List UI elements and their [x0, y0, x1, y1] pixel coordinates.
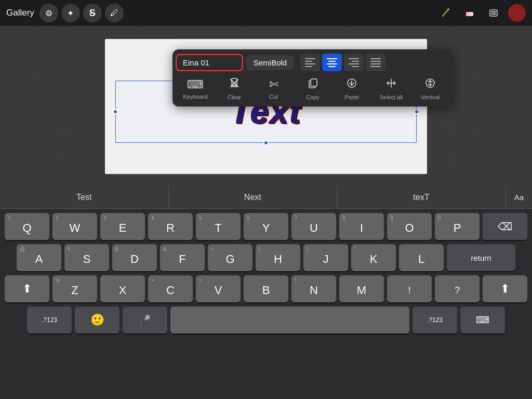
keyboard-action[interactable]: ⌨ Keyboard	[180, 76, 211, 102]
alignment-buttons	[300, 54, 385, 71]
autocomplete-text[interactable]: texT	[337, 186, 506, 208]
key-t[interactable]: 5 T	[196, 213, 241, 240]
key-l[interactable]: L	[399, 244, 444, 271]
toolbar-row1: Eina 01 SemiBold	[176, 54, 450, 71]
canvas-area: Eina 01 SemiBold	[0, 26, 532, 187]
key-o[interactable]: 9 O	[387, 213, 432, 240]
keyboard-rows: 1 Q 2 W 3 E 4 R 5 T 6 Y	[0, 209, 532, 334]
svg-rect-4	[490, 10, 497, 16]
shift-left-key[interactable]: ⬆	[5, 275, 49, 302]
numbers-right-key[interactable]: .?123	[413, 307, 457, 334]
vertical-action[interactable]: Vertical	[415, 75, 446, 102]
top-bar: Gallery ⚙ ✦ S 🖊	[0, 0, 532, 26]
align-right-button[interactable]	[344, 54, 364, 71]
key-g[interactable]: + G	[208, 244, 252, 271]
align-left-button[interactable]	[300, 54, 320, 71]
keyboard-action-icon: ⌨	[187, 78, 204, 91]
key-c[interactable]: + C	[148, 275, 193, 302]
handle-bottom[interactable]	[263, 140, 269, 145]
handle-right[interactable]	[414, 109, 419, 114]
svg-rect-6	[491, 14, 496, 15]
key-j[interactable]: ) J	[303, 244, 348, 271]
toolbar-popover: Eina 01 SemiBold	[172, 49, 453, 107]
key-h[interactable]: ( H	[256, 244, 300, 271]
svg-rect-5	[491, 11, 496, 12]
paste-action[interactable]: Paste	[336, 75, 367, 102]
paste-action-icon	[346, 77, 357, 92]
key-s[interactable]: # S	[64, 244, 109, 271]
cut-action-label: Cut	[269, 94, 278, 100]
font-name-selector[interactable]: Eina 01	[176, 54, 243, 71]
key-f[interactable]: & F	[160, 244, 205, 271]
pen-icon[interactable]	[436, 4, 455, 22]
key-v[interactable]: = V	[196, 275, 241, 302]
keyboard-icon-key[interactable]: ⌨	[460, 307, 505, 334]
clear-action-label: Clear	[228, 94, 241, 100]
key-i[interactable]: 8 I	[339, 213, 384, 240]
gallery-button[interactable]: Gallery	[6, 8, 34, 18]
align-justify-button[interactable]	[366, 54, 385, 71]
key-m[interactable]: , M	[339, 275, 384, 302]
key-p[interactable]: 0 P	[435, 213, 480, 240]
copy-action-label: Copy	[306, 94, 320, 100]
font-name-label: Eina 01	[183, 58, 209, 67]
paste-action-label: Paste	[344, 94, 359, 100]
clear-action[interactable]: Clear	[219, 75, 250, 102]
strikethrough-icon[interactable]: S	[83, 4, 102, 22]
key-a[interactable]: @ A	[17, 244, 61, 271]
svg-line-0	[443, 10, 448, 16]
key-y[interactable]: 6 Y	[244, 213, 288, 240]
magic-icon[interactable]: ✦	[61, 4, 80, 22]
numbers-left-key[interactable]: .?123	[27, 307, 72, 334]
keyboard-action-label: Keyboard	[183, 94, 207, 100]
align-center-button[interactable]	[322, 54, 342, 71]
key-x[interactable]: X	[100, 275, 145, 302]
key-u[interactable]: 7 U	[291, 213, 336, 240]
key-d[interactable]: $ D	[112, 244, 157, 271]
space-key[interactable]	[170, 307, 409, 334]
key-row-bottom: .?123 🙂 🎤 .?123 ⌨	[2, 307, 530, 334]
key-w[interactable]: 2 W	[52, 213, 97, 240]
wrench-icon[interactable]: ⚙	[39, 4, 58, 22]
toolbar-row2: ⌨ Keyboard Clear ✄ Cut	[176, 75, 450, 102]
eraser-icon[interactable]	[460, 4, 479, 22]
vertical-action-label: Vertical	[421, 94, 440, 100]
autocomplete-test[interactable]: Test	[0, 186, 169, 208]
mic-key[interactable]: 🎤	[123, 307, 167, 334]
select-all-action-label: Select all	[379, 94, 403, 100]
key-b[interactable]: B	[244, 275, 288, 302]
autocomplete-bar: Test Next texT Aa	[0, 186, 532, 209]
font-weight-selector[interactable]: SemiBold	[246, 55, 294, 70]
select-all-action[interactable]: Select all	[376, 75, 407, 102]
key-row-2: @ A # S $ D & F + G ( H	[2, 244, 530, 271]
shift-right-key[interactable]: ⬆	[483, 275, 527, 302]
layers-icon[interactable]	[484, 4, 503, 22]
key-e[interactable]: 3 E	[100, 213, 145, 240]
handle-left[interactable]	[113, 109, 118, 114]
copy-action[interactable]: Copy	[297, 75, 328, 102]
top-bar-right	[436, 4, 526, 22]
return-key[interactable]: return	[447, 244, 515, 271]
key-z[interactable]: % Z	[52, 275, 97, 302]
key-period[interactable]: !	[387, 275, 432, 302]
vertical-action-icon	[424, 77, 436, 92]
canvas-paper: Eina 01 SemiBold	[105, 39, 427, 174]
cut-action[interactable]: ✄ Cut	[258, 76, 289, 102]
copy-action-icon	[307, 77, 318, 92]
key-row-1: 1 Q 2 W 3 E 4 R 5 T 6 Y	[2, 213, 530, 240]
svg-rect-3	[466, 12, 469, 16]
key-q[interactable]: 1 Q	[5, 213, 49, 240]
keyboard-area: Test Next texT Aa 1 Q 2 W 3 E	[0, 186, 532, 399]
autocomplete-aa[interactable]: Aa	[506, 193, 532, 202]
key-r[interactable]: 4 R	[148, 213, 193, 240]
key-k[interactable]: " K	[351, 244, 396, 271]
clear-action-icon	[229, 77, 240, 92]
key-n[interactable]: ! N	[291, 275, 336, 302]
backspace-key[interactable]: ⌫	[483, 213, 527, 240]
autocomplete-next[interactable]: Next	[169, 186, 338, 208]
avatar[interactable]	[508, 4, 526, 22]
key-row-3: ⬆ % Z X + C = V B ! N	[2, 275, 530, 302]
emoji-key[interactable]: 🙂	[75, 307, 119, 334]
brush-icon[interactable]: 🖊	[105, 4, 124, 22]
key-question[interactable]: ?	[435, 275, 480, 302]
